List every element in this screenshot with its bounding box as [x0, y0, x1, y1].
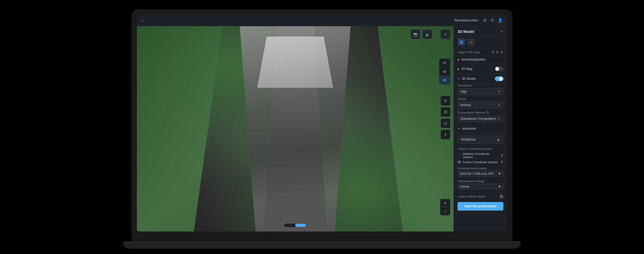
edit-icon[interactable]: ✎	[500, 30, 503, 34]
eye-icon[interactable]: 👁	[500, 50, 503, 54]
computation-method-select[interactable]: Standalone Computation ▼	[458, 115, 503, 122]
3d-model-item: ▼ 3D Model	[454, 74, 507, 84]
advanced-header[interactable]: ▼ Advanced	[454, 124, 507, 133]
layers-button[interactable]: ◭	[422, 29, 432, 39]
map-top-controls: 📷 ◭	[411, 29, 432, 39]
main-content: 📷 ◭ ⤢ AT 2D 3D ⊕ ⊞ ◎ ℹ	[137, 26, 507, 231]
roi-arrow-icon: ▶	[497, 138, 500, 141]
vertical-datum-arrow-icon: ▼	[498, 185, 501, 188]
section-icons: ⬆ ⬇ 👁	[492, 50, 503, 54]
chevron-down-icon-3d: ▼	[458, 77, 460, 80]
vertical-datum-select[interactable]: Default ▼	[458, 184, 503, 189]
2d-map-toggle[interactable]	[495, 66, 503, 71]
view-mode-3d[interactable]: 3D	[439, 76, 450, 84]
scene-arrow-icon: ▼	[498, 104, 500, 107]
map-background	[137, 26, 453, 231]
computation-method-section: Computation Method ? Standalone Computat…	[454, 111, 507, 124]
panel-tabs: 🖼 ≡	[454, 36, 507, 48]
horizontal-datum-select[interactable]: WGS 84 / UTM zone 47N ▼	[458, 171, 503, 177]
vertical-datum-label: Vertical datum settings	[458, 180, 503, 183]
aerotriangulation-header[interactable]: ▶ Aerotriangulation	[454, 55, 507, 64]
info-tool[interactable]: ℹ	[441, 130, 450, 139]
view-mode-2d[interactable]: 2D	[439, 67, 450, 76]
grid-tool[interactable]: ⊞	[441, 107, 450, 117]
resolution-section: Resolution High ▼	[454, 84, 507, 97]
custom-model-toggle[interactable]	[500, 195, 503, 198]
home-button[interactable]: ⌂	[141, 18, 144, 23]
custom-model-label: Custom Model Origin	[458, 195, 485, 198]
image-tab[interactable]: 🖼	[458, 38, 465, 46]
horizontal-datum-section: Horizontal datum setting WGS 84 / UTM zo…	[454, 167, 507, 180]
image-pos-label: Image POS Data	[458, 51, 480, 54]
point-cloud-toggle[interactable]	[284, 224, 295, 227]
arbitrary-cs-label: Arbitrary Coordinate System	[463, 152, 499, 159]
camera-button[interactable]: 📷	[411, 29, 420, 39]
model-toggle[interactable]	[295, 224, 306, 227]
chevron-right-icon-2d: ▶	[458, 68, 460, 70]
vertical-datum-section: Vertical datum settings Default ▼	[454, 180, 507, 193]
arbitrary-cs-option[interactable]: Arbitrary Coordinate System ⬇	[458, 151, 503, 159]
roi-block[interactable]: ROI/Block ▶	[458, 135, 503, 144]
computation-method-label: Computation Method ?	[458, 111, 503, 114]
zoom-out-button[interactable]: −	[440, 207, 450, 215]
laptop-frame: ⌂ Reconstruction ⊞ ⚙ 👤	[131, 9, 513, 245]
3d-model-header[interactable]: ▼ 3D Model	[454, 74, 507, 84]
top-bar-icons: ⊞ ⚙ 👤	[483, 18, 503, 23]
arbitrary-cs-icon[interactable]: ⬇	[501, 154, 503, 157]
info-icon[interactable]: ?	[486, 111, 489, 114]
zoom-in-button[interactable]: +	[440, 199, 450, 207]
aerotriangulation-item: ▶ Aerotriangulation	[454, 55, 507, 64]
settings-icon[interactable]: ⚙	[491, 18, 494, 23]
view-mode-panel: AT 2D 3D	[439, 58, 450, 85]
map-view: 📷 ◭ ⤢ AT 2D 3D ⊕ ⊞ ◎ ℹ	[137, 26, 453, 231]
3d-model-toggle[interactable]	[495, 76, 503, 81]
compass-tool[interactable]: ⊕	[441, 96, 450, 106]
zoom-controls: + −	[440, 199, 450, 215]
2d-map-header[interactable]: ▶ 2D Map	[454, 64, 507, 74]
3d-model-label: 3D Model	[462, 77, 475, 81]
grid-icon[interactable]: ⊞	[483, 18, 487, 23]
resolution-arrow-icon: ▼	[498, 90, 500, 93]
view-mode-at[interactable]: AT	[439, 59, 450, 67]
view-toggle	[284, 223, 306, 227]
computation-method-value: Standalone Computation	[460, 117, 496, 121]
scene-value: Normal	[460, 103, 471, 107]
start-reconstruction-button[interactable]: Start Reconstruction	[458, 202, 503, 211]
right-panel: 3D Model ✎ 🖼 ≡ Image POS Data ⬆ ⬇	[453, 26, 507, 231]
scene-label: Scene	[458, 97, 503, 100]
known-cs-option[interactable]: Known Coordinate System ⬇	[458, 159, 503, 165]
map-right-tools: ⊕ ⊞ ◎ ℹ	[441, 96, 450, 139]
resolution-label: Resolution	[458, 84, 503, 87]
scene-select[interactable]: Normal ▼	[458, 102, 503, 109]
advanced-label: Advanced	[462, 127, 476, 130]
list-tab[interactable]: ≡	[467, 38, 475, 46]
horizontal-datum-value: WGS 84 / UTM zone 47N	[460, 172, 493, 175]
location-tool[interactable]: ◎	[441, 118, 450, 128]
2d-map-label: 2D Map	[461, 67, 473, 71]
app-container: ⌂ Reconstruction ⊞ ⚙ 👤	[137, 14, 507, 231]
panel-header: 3D Model ✎	[454, 26, 507, 36]
2d-map-item: ▶ 2D Map	[454, 64, 507, 74]
resolution-value: High	[460, 90, 467, 94]
known-cs-radio[interactable]	[458, 160, 461, 164]
download-icon[interactable]: ⬇	[496, 50, 499, 54]
resolution-select[interactable]: High ▼	[458, 88, 503, 95]
top-bar: ⌂ Reconstruction ⊞ ⚙ 👤	[137, 14, 507, 26]
arbitrary-cs-radio[interactable]	[458, 154, 461, 157]
chevron-right-icon: ▶	[458, 58, 460, 61]
output-cs-section: Output Coordinate System Arbitrary Coord…	[454, 146, 507, 167]
upload-icon[interactable]: ⬆	[492, 50, 494, 54]
horizontal-datum-arrow-icon: ▼	[498, 172, 501, 175]
horizontal-datum-label: Horizontal datum setting	[458, 167, 503, 170]
known-cs-label: Known Coordinate System	[463, 160, 499, 164]
laptop-base	[123, 241, 521, 249]
computation-method-arrow-icon: ▼	[498, 117, 500, 120]
output-cs-label: Output Coordinate System	[458, 147, 503, 150]
user-icon[interactable]: 👤	[498, 18, 503, 23]
aerotriangulation-label: Aerotriangulation	[461, 58, 486, 61]
known-cs-icon[interactable]: ⬇	[501, 160, 503, 164]
vertical-datum-value: Default	[460, 185, 469, 188]
chevron-down-icon-advanced: ▼	[458, 127, 460, 130]
expand-button[interactable]: ⤢	[441, 29, 450, 39]
laptop-screen: ⌂ Reconstruction ⊞ ⚙ 👤	[137, 14, 507, 231]
